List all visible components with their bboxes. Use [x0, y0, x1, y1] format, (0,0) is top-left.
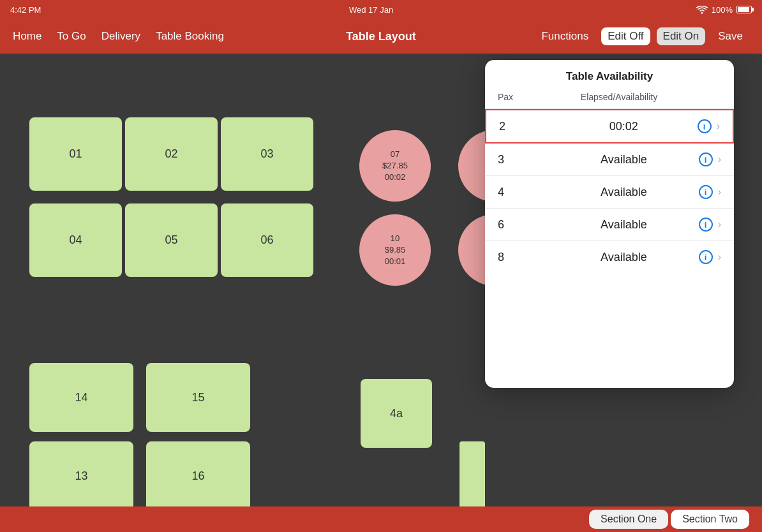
status-right: 100%	[696, 5, 752, 15]
popup-actions-6: i ›	[699, 218, 721, 232]
main-area: 01 02 03 04 05 06 14 15 13 16 4a 07 $27.…	[0, 54, 762, 506]
popup-row-3[interactable]: 3 Available i ›	[485, 144, 734, 176]
popup-empty-space	[485, 273, 734, 388]
popup-pax-8: 8	[498, 251, 549, 264]
popup-pax-2: 2	[499, 120, 550, 133]
info-icon-4[interactable]: i	[699, 185, 713, 199]
popup-row-4[interactable]: 4 Available i ›	[485, 176, 734, 209]
nav-togo[interactable]: To Go	[57, 30, 86, 43]
section-one-button[interactable]: Section One	[589, 510, 668, 529]
bottom-bar: Section One Section Two	[0, 506, 762, 532]
nav-home[interactable]: Home	[13, 30, 41, 43]
nav-save[interactable]: Save	[712, 27, 749, 45]
nav-items: Home To Go Delivery Table Booking	[13, 30, 224, 43]
battery-icon	[736, 6, 752, 13]
popup-row-8[interactable]: 8 Available i ›	[485, 241, 734, 273]
status-bar: 4:42 PM Wed 17 Jan 100%	[0, 0, 762, 19]
nav-right: Functions Edit Off Edit On Save	[535, 27, 749, 45]
nav-title: Table Layout	[346, 30, 416, 43]
chevron-2: ›	[717, 121, 720, 132]
popup-pax-6: 6	[498, 218, 549, 232]
nav-delivery[interactable]: Delivery	[101, 30, 140, 43]
popup-elapsed-4: Available	[549, 186, 699, 199]
chevron-8: ›	[718, 251, 721, 263]
popup-pax-3: 3	[498, 153, 549, 166]
popup-row-6[interactable]: 6 Available i ›	[485, 209, 734, 241]
info-icon-8[interactable]: i	[699, 250, 713, 264]
wifi-icon	[696, 6, 708, 14]
nav-functions[interactable]: Functions	[535, 27, 595, 45]
svg-point-0	[701, 12, 703, 13]
popup-actions-8: i ›	[699, 250, 721, 264]
popup-header: Pax Elapsed/Availability	[485, 88, 734, 109]
info-icon-3[interactable]: i	[699, 152, 713, 166]
status-time: 4:42 PM	[10, 5, 41, 15]
nav-edit-on[interactable]: Edit On	[657, 27, 706, 45]
popup-pax-4: 4	[498, 186, 549, 199]
chevron-3: ›	[718, 154, 721, 165]
info-icon-2[interactable]: i	[698, 119, 712, 133]
popup-row-2[interactable]: 2 00:02 i ›	[485, 109, 734, 144]
nav-table-booking[interactable]: Table Booking	[156, 30, 224, 43]
popup-actions-4: i ›	[699, 185, 721, 199]
popup-actions-2: i ›	[698, 119, 720, 133]
table-availability-popup: Table Availability Pax Elapsed/Availabil…	[485, 60, 734, 388]
popup-header-elapsed: Elapsed/Availability	[549, 92, 689, 102]
battery-percent: 100%	[712, 5, 733, 15]
popup-elapsed-6: Available	[549, 218, 699, 232]
nav-bar: Home To Go Delivery Table Booking Table …	[0, 19, 762, 54]
popup-header-pax: Pax	[498, 92, 549, 102]
popup-overlay: Table Availability Pax Elapsed/Availabil…	[0, 54, 762, 506]
status-date: Wed 17 Jan	[349, 5, 393, 15]
popup-elapsed-2: 00:02	[550, 120, 698, 133]
chevron-6: ›	[718, 219, 721, 230]
popup-title: Table Availability	[485, 60, 734, 88]
chevron-4: ›	[718, 186, 721, 198]
popup-elapsed-3: Available	[549, 153, 699, 166]
section-two-button[interactable]: Section Two	[671, 510, 749, 529]
popup-elapsed-8: Available	[549, 251, 699, 264]
popup-actions-3: i ›	[699, 152, 721, 166]
nav-edit-off[interactable]: Edit Off	[601, 27, 650, 45]
info-icon-6[interactable]: i	[699, 218, 713, 232]
